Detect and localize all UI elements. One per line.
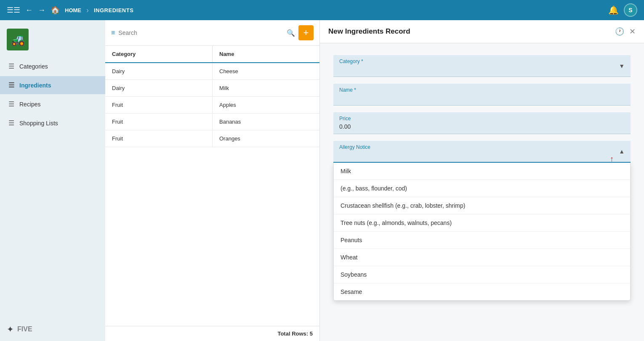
allergy-select[interactable]: Allergy Notice ▲ ↑ [333,141,631,163]
menu-icon[interactable]: ☰ [7,5,20,15]
allergy-dropdown: Milk(e.g., bass, flounder, cod)Crustacea… [333,163,631,301]
cell-name: Oranges [213,130,320,147]
sidebar: 🚜 ☰ Categories ☰ Ingredients ☰ Recipes ☰… [0,20,105,341]
add-button[interactable]: + [298,25,314,40]
forward-icon[interactable]: → [38,6,45,15]
name-field: Name * [333,84,631,106]
cell-name: Milk [213,80,320,97]
allergy-option[interactable]: Milk [334,163,630,180]
cell-name: Cheese [213,63,320,80]
sidebar-item-recipes[interactable]: ☰ Recipes [0,95,105,113]
cell-category: Fruit [105,130,213,147]
cell-name: Apples [213,97,320,114]
filter-icon[interactable]: ≡ [111,29,115,37]
table-row[interactable]: FruitBananas [105,114,319,130]
record-header: New Ingredients Record 🕐 ✕ [320,20,644,43]
sidebar-item-label: Shopping Lists [19,120,58,127]
record-form: Category * ▼ Name * Price [320,43,644,341]
cell-category: Dairy [105,80,213,97]
sidebar-item-label: Ingredients [19,82,51,89]
cell-name: Bananas [213,114,320,130]
topnav: ☰ ← → 🏠 HOME › INGREDIENTS 🔔 S [0,0,644,20]
record-header-actions: 🕐 ✕ [615,27,636,36]
sidebar-item-shopping-lists[interactable]: ☰ Shopping Lists [0,114,105,132]
allergy-chevron-up-icon: ▲ [619,148,625,155]
price-input[interactable] [333,112,631,134]
breadcrumb: INGREDIENTS [94,7,133,13]
table-row[interactable]: FruitApples [105,97,319,114]
main-content: ≡ 🔍 + Category Name [105,20,644,341]
home-label[interactable]: HOME [65,7,81,13]
category-field: Category * ▼ [333,55,631,77]
layout: 🚜 ☰ Categories ☰ Ingredients ☰ Recipes ☰… [0,20,644,341]
categories-icon: ☰ [8,62,14,70]
notification-icon[interactable]: 🔔 [608,5,619,15]
cell-category: Fruit [105,114,213,130]
allergy-label: Allergy Notice [339,144,370,150]
history-icon[interactable]: 🕐 [615,27,624,36]
ingredients-icon: ☰ [8,81,14,89]
allergy-field: Allergy Notice ▲ ↑ Milk(e.g., bass, flou… [333,141,631,301]
table-row[interactable]: FruitOranges [105,130,319,147]
allergy-option[interactable]: Wheat [334,249,630,266]
app-logo: 🚜 [7,29,29,50]
price-field: Price [333,112,631,134]
allergy-option[interactable]: Tree nuts (e.g., almonds, walnuts, pecan… [334,214,630,232]
five-logo: ✦ FIVE [7,324,98,334]
allergy-option[interactable]: Peanuts [334,232,630,249]
table-footer: Total Rows: 5 [105,326,319,341]
ingredients-table: Category Name DairyCheeseDairyMilkFruitA… [105,46,319,147]
arrow-indicator: ↑ [610,155,614,164]
sidebar-item-label: Categories [19,63,48,70]
five-logo-text: FIVE [17,325,32,333]
allergy-option[interactable]: (e.g., bass, flounder, cod) [334,180,630,197]
category-input[interactable] [333,55,631,77]
close-icon[interactable]: ✕ [629,27,636,36]
search-input[interactable] [118,29,283,36]
table-body: DairyCheeseDairyMilkFruitApplesFruitBana… [105,63,319,147]
home-icon[interactable]: 🏠 [51,5,60,15]
sidebar-bottom: ✦ FIVE [0,317,105,341]
table-header-row: Category Name [105,46,319,63]
data-table: Category Name DairyCheeseDairyMilkFruitA… [105,46,319,326]
col-category[interactable]: Category [105,46,213,63]
search-input-wrap [118,29,283,36]
table-row[interactable]: DairyMilk [105,80,319,97]
record-title: New Ingredients Record [328,27,615,36]
sidebar-logo: 🚜 [0,24,105,57]
total-rows-label: Total Rows: 5 [277,330,313,337]
search-bar: ≡ 🔍 + [105,20,319,46]
avatar[interactable]: S [624,3,637,17]
sidebar-item-label: Recipes [19,101,41,108]
col-name[interactable]: Name [213,46,320,63]
breadcrumb-sep: › [86,6,89,15]
allergy-option[interactable]: Soybeans [334,266,630,283]
allergy-option[interactable]: Crustacean shellfish (e.g., crab, lobste… [334,197,630,214]
table-row[interactable]: DairyCheese [105,63,319,80]
five-logo-icon: ✦ [7,324,14,334]
recipes-icon: ☰ [8,100,14,108]
allergy-option[interactable]: Sesame [334,283,630,300]
right-panel: New Ingredients Record 🕐 ✕ Category * ▼ [320,20,644,341]
back-icon[interactable]: ← [25,6,33,15]
sidebar-item-categories[interactable]: ☰ Categories [0,57,105,75]
name-input[interactable] [333,84,631,106]
shopping-icon: ☰ [8,119,14,127]
search-icon[interactable]: 🔍 [287,29,295,37]
cell-category: Fruit [105,97,213,114]
sidebar-item-ingredients[interactable]: ☰ Ingredients [0,76,105,94]
sidebar-nav: ☰ Categories ☰ Ingredients ☰ Recipes ☰ S… [0,57,105,132]
cell-category: Dairy [105,63,213,80]
list-panel: ≡ 🔍 + Category Name [105,20,320,341]
